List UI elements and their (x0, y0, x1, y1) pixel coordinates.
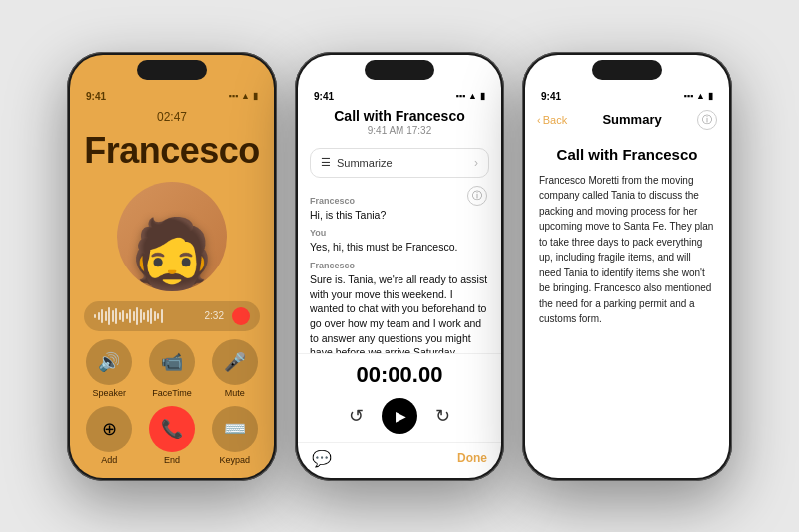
dynamic-island-3 (592, 60, 662, 80)
playback-controls: ↺ ▶ ↻ (298, 392, 501, 442)
add-icon: ⊕ (86, 406, 132, 452)
transcript-messages: Francesco Hi, is this Tania? You Yes, hi… (298, 184, 501, 353)
phone-active-call: 9:41 ▪▪▪ ▲ ▮ 02:47 Francesco 🧔 (67, 52, 277, 481)
summarize-label: Summarize (337, 157, 393, 169)
transcript-footer: 💬 Done (298, 442, 501, 478)
add-label: Add (101, 455, 117, 465)
wifi-icon-2: ▲ (468, 91, 477, 101)
wifi-icon-3: ▲ (696, 91, 705, 101)
chevron-left-icon: ‹ (537, 114, 541, 126)
avatar-circle: 🧔 (117, 182, 227, 291)
end-call-icon: 📞 (149, 406, 195, 452)
summary-nav: ‹ Back Summary ⓘ (525, 108, 729, 136)
timer-section: 00:00.00 (298, 353, 501, 392)
record-indicator (232, 307, 250, 325)
summarize-list-icon: ☰ (321, 156, 331, 169)
dynamic-island (137, 60, 207, 80)
status-icons-3: ▪▪▪ ▲ ▮ (684, 91, 714, 101)
facetime-button[interactable]: 📹 FaceTime (145, 339, 200, 398)
summary-call-title: Call with Francesco (539, 146, 715, 163)
speaker-button[interactable]: 🔊 Speaker (82, 339, 137, 398)
battery-icon-2: ▮ (480, 91, 485, 101)
speaker-icon: 🔊 (86, 339, 132, 385)
forward-button[interactable]: ↻ (435, 405, 450, 427)
timer-display: 00:00.00 (298, 362, 501, 388)
summary-body-text: Francesco Moretti from the moving compan… (539, 173, 715, 327)
play-button[interactable]: ▶ (382, 398, 417, 434)
add-button[interactable]: ⊕ Add (82, 406, 137, 465)
footer-chat-icon: 💬 (312, 449, 332, 468)
msg-speaker-1: Francesco (310, 196, 489, 206)
battery-icon-3: ▮ (708, 91, 713, 101)
end-call-button[interactable]: 📞 End (145, 406, 200, 465)
summarize-chevron-icon: › (474, 156, 478, 170)
avatar-area: 🧔 (70, 182, 274, 291)
transcript-header: Call with Francesco 9:41 AM 17:32 (298, 108, 501, 142)
done-button[interactable]: Done (457, 451, 487, 465)
dynamic-island-2 (365, 60, 434, 80)
summary-content: Call with Francesco Francesco Moretti fr… (525, 136, 729, 337)
facetime-label: FaceTime (152, 388, 192, 398)
memoji-avatar: 🧔 (127, 220, 217, 291)
mute-label: Mute (225, 388, 245, 398)
waveform-time: 2:32 (205, 310, 224, 321)
signal-icon-3: ▪▪▪ (684, 91, 694, 101)
summarize-left: ☰ Summarize (321, 156, 393, 169)
waveform-visual (94, 307, 197, 325)
status-icons-2: ▪▪▪ ▲ ▮ (456, 91, 486, 101)
transcript-time: 9:41 AM 17:32 (314, 125, 485, 136)
signal-icon: ▪▪▪ (229, 91, 239, 101)
status-time-2: 9:41 (314, 91, 334, 102)
status-time-3: 9:41 (541, 91, 561, 102)
summary-nav-title: Summary (602, 112, 661, 127)
info-icon[interactable]: ⓘ (467, 186, 487, 206)
caller-name: Francesco (70, 130, 274, 172)
speaker-label: Speaker (93, 388, 127, 398)
phone-summary: 9:41 ▪▪▪ ▲ ▮ ‹ Back Summary ⓘ Call with … (522, 52, 732, 481)
msg-text-1: Hi, is this Tania? (310, 208, 489, 223)
back-button[interactable]: ‹ Back (537, 114, 567, 126)
summary-info-icon[interactable]: ⓘ (697, 110, 717, 130)
signal-icon-2: ▪▪▪ (456, 91, 466, 101)
end-label: End (164, 455, 180, 465)
status-icons-1: ▪▪▪ ▲ ▮ (229, 91, 259, 101)
wifi-icon: ▲ (241, 91, 250, 101)
back-label: Back (543, 114, 567, 126)
mute-button[interactable]: 🎤 Mute (207, 339, 262, 398)
rewind-button[interactable]: ↺ (349, 405, 364, 427)
keypad-icon: ⌨️ (212, 406, 258, 452)
mute-icon: 🎤 (212, 339, 258, 385)
status-time-1: 9:41 (86, 91, 106, 102)
battery-icon: ▮ (253, 91, 258, 101)
msg-text-2: Yes, hi, this must be Francesco. (310, 240, 489, 255)
phone-transcript: 9:41 ▪▪▪ ▲ ▮ Call with Francesco 9:41 AM… (295, 52, 504, 481)
keypad-button[interactable]: ⌨️ Keypad (207, 406, 262, 465)
transcript-title: Call with Francesco (314, 108, 485, 124)
summarize-bar[interactable]: ☰ Summarize › (310, 148, 489, 178)
call-controls: 🔊 Speaker 📹 FaceTime 🎤 Mute ⊕ Add 📞 End … (70, 339, 274, 465)
waveform-area: 2:32 (84, 301, 260, 331)
msg-speaker-3: Francesco (310, 261, 489, 270)
facetime-icon: 📹 (149, 339, 195, 385)
msg-speaker-2: You (310, 228, 489, 238)
msg-text-3: Sure is. Tania, we're all ready to assis… (310, 272, 489, 353)
keypad-label: Keypad (219, 455, 250, 465)
call-duration-top: 02:47 (70, 110, 274, 124)
